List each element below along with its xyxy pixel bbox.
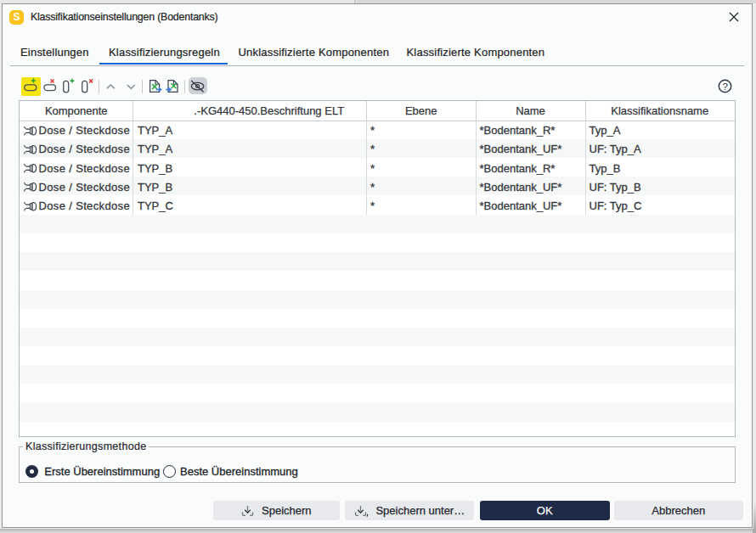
svg-text:?: ?	[722, 81, 727, 92]
